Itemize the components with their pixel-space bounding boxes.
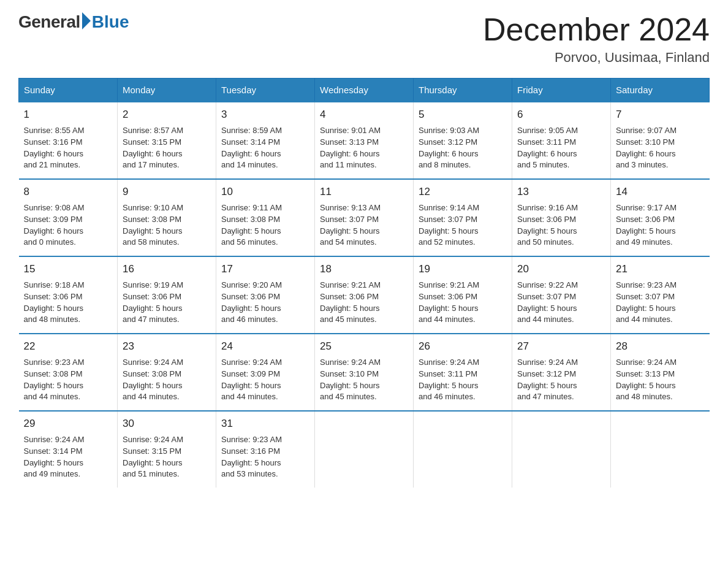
calendar-day-cell: 5Sunrise: 9:03 AM Sunset: 3:12 PM Daylig… — [414, 102, 512, 179]
day-number: 2 — [123, 107, 211, 123]
day-number: 24 — [221, 339, 309, 354]
calendar-day-cell: 31Sunrise: 9:23 AM Sunset: 3:16 PM Dayli… — [216, 411, 315, 488]
calendar-day-cell: 23Sunrise: 9:24 AM Sunset: 3:08 PM Dayli… — [118, 334, 216, 411]
calendar-day-cell: 20Sunrise: 9:22 AM Sunset: 3:07 PM Dayli… — [512, 256, 611, 334]
day-info: Sunrise: 9:24 AM Sunset: 3:12 PM Dayligh… — [517, 357, 605, 403]
day-number: 20 — [517, 262, 605, 277]
calendar-day-cell: 3Sunrise: 8:59 AM Sunset: 3:14 PM Daylig… — [216, 102, 315, 179]
day-number: 23 — [123, 339, 211, 354]
day-info: Sunrise: 9:19 AM Sunset: 3:06 PM Dayligh… — [123, 280, 211, 326]
logo: General Blue — [18, 12, 129, 32]
day-number: 25 — [320, 339, 408, 354]
day-number: 28 — [616, 339, 705, 354]
calendar-day-cell: 18Sunrise: 9:21 AM Sunset: 3:06 PM Dayli… — [315, 256, 414, 334]
calendar-day-cell: 11Sunrise: 9:13 AM Sunset: 3:07 PM Dayli… — [315, 179, 414, 256]
calendar-day-cell — [512, 411, 611, 488]
day-number: 7 — [616, 107, 705, 123]
calendar-day-cell: 9Sunrise: 9:10 AM Sunset: 3:08 PM Daylig… — [118, 179, 216, 256]
day-number: 29 — [24, 416, 113, 432]
day-info: Sunrise: 9:21 AM Sunset: 3:06 PM Dayligh… — [320, 280, 408, 326]
day-number: 17 — [221, 262, 309, 277]
day-number: 30 — [123, 416, 211, 432]
day-info: Sunrise: 9:24 AM Sunset: 3:08 PM Dayligh… — [123, 357, 211, 403]
day-number: 3 — [221, 107, 309, 123]
logo-blue-text: Blue — [92, 12, 129, 32]
day-info: Sunrise: 9:11 AM Sunset: 3:08 PM Dayligh… — [221, 202, 309, 248]
day-number: 14 — [616, 185, 705, 200]
day-number: 15 — [24, 262, 113, 277]
calendar-header: Sunday Monday Tuesday Wednesday Thursday… — [19, 79, 710, 102]
day-number: 4 — [320, 107, 408, 123]
calendar-day-cell: 14Sunrise: 9:17 AM Sunset: 3:06 PM Dayli… — [611, 179, 710, 256]
calendar-day-cell: 25Sunrise: 9:24 AM Sunset: 3:10 PM Dayli… — [315, 334, 414, 411]
day-number: 5 — [419, 107, 507, 123]
day-number: 10 — [221, 185, 309, 200]
day-info: Sunrise: 9:05 AM Sunset: 3:11 PM Dayligh… — [517, 125, 605, 171]
day-info: Sunrise: 9:24 AM Sunset: 3:11 PM Dayligh… — [419, 357, 507, 403]
day-info: Sunrise: 9:24 AM Sunset: 3:14 PM Dayligh… — [24, 434, 113, 480]
day-number: 22 — [24, 339, 113, 354]
calendar-day-cell — [611, 411, 710, 488]
title-block: December 2024 Porvoo, Uusimaa, Finland — [483, 12, 710, 66]
day-number: 12 — [419, 185, 507, 200]
calendar-day-cell: 1Sunrise: 8:55 AM Sunset: 3:16 PM Daylig… — [19, 102, 118, 179]
calendar-day-cell: 26Sunrise: 9:24 AM Sunset: 3:11 PM Dayli… — [414, 334, 512, 411]
day-number: 26 — [419, 339, 507, 354]
day-number: 27 — [517, 339, 605, 354]
logo-triangle-icon — [82, 12, 91, 29]
calendar-day-cell — [414, 411, 512, 488]
calendar-day-cell: 6Sunrise: 9:05 AM Sunset: 3:11 PM Daylig… — [512, 102, 611, 179]
day-info: Sunrise: 9:23 AM Sunset: 3:08 PM Dayligh… — [24, 357, 113, 403]
calendar-day-cell: 21Sunrise: 9:23 AM Sunset: 3:07 PM Dayli… — [611, 256, 710, 334]
calendar-day-cell: 22Sunrise: 9:23 AM Sunset: 3:08 PM Dayli… — [19, 334, 118, 411]
calendar-day-cell: 19Sunrise: 9:21 AM Sunset: 3:06 PM Dayli… — [414, 256, 512, 334]
day-info: Sunrise: 9:14 AM Sunset: 3:07 PM Dayligh… — [419, 202, 507, 248]
day-info: Sunrise: 9:24 AM Sunset: 3:13 PM Dayligh… — [616, 357, 705, 403]
calendar-week-row: 29Sunrise: 9:24 AM Sunset: 3:14 PM Dayli… — [19, 411, 710, 488]
day-number: 19 — [419, 262, 507, 277]
day-number: 13 — [517, 185, 605, 200]
day-number: 21 — [616, 262, 705, 277]
day-number: 16 — [123, 262, 211, 277]
day-info: Sunrise: 9:24 AM Sunset: 3:15 PM Dayligh… — [123, 434, 211, 480]
calendar-day-cell: 29Sunrise: 9:24 AM Sunset: 3:14 PM Dayli… — [19, 411, 118, 488]
col-monday: Monday — [118, 79, 216, 102]
day-info: Sunrise: 9:22 AM Sunset: 3:07 PM Dayligh… — [517, 280, 605, 326]
calendar-day-cell: 30Sunrise: 9:24 AM Sunset: 3:15 PM Dayli… — [118, 411, 216, 488]
col-tuesday: Tuesday — [216, 79, 315, 102]
day-info: Sunrise: 9:23 AM Sunset: 3:07 PM Dayligh… — [616, 280, 705, 326]
day-info: Sunrise: 9:10 AM Sunset: 3:08 PM Dayligh… — [123, 202, 211, 248]
calendar-day-cell: 28Sunrise: 9:24 AM Sunset: 3:13 PM Dayli… — [611, 334, 710, 411]
day-info: Sunrise: 9:24 AM Sunset: 3:09 PM Dayligh… — [221, 357, 309, 403]
calendar-day-cell: 4Sunrise: 9:01 AM Sunset: 3:13 PM Daylig… — [315, 102, 414, 179]
calendar-table: Sunday Monday Tuesday Wednesday Thursday… — [18, 78, 710, 488]
calendar-day-cell: 16Sunrise: 9:19 AM Sunset: 3:06 PM Dayli… — [118, 256, 216, 334]
day-number: 1 — [24, 107, 113, 123]
calendar-day-cell: 27Sunrise: 9:24 AM Sunset: 3:12 PM Dayli… — [512, 334, 611, 411]
location-title: Porvoo, Uusimaa, Finland — [483, 50, 710, 66]
col-friday: Friday — [512, 79, 611, 102]
day-info: Sunrise: 9:17 AM Sunset: 3:06 PM Dayligh… — [616, 202, 705, 248]
day-info: Sunrise: 8:55 AM Sunset: 3:16 PM Dayligh… — [24, 125, 113, 171]
day-info: Sunrise: 9:13 AM Sunset: 3:07 PM Dayligh… — [320, 202, 408, 248]
calendar-body: 1Sunrise: 8:55 AM Sunset: 3:16 PM Daylig… — [19, 102, 710, 488]
day-number: 6 — [517, 107, 605, 123]
day-info: Sunrise: 9:03 AM Sunset: 3:12 PM Dayligh… — [419, 125, 507, 171]
calendar-week-row: 22Sunrise: 9:23 AM Sunset: 3:08 PM Dayli… — [19, 334, 710, 411]
day-info: Sunrise: 9:07 AM Sunset: 3:10 PM Dayligh… — [616, 125, 705, 171]
calendar-day-cell: 7Sunrise: 9:07 AM Sunset: 3:10 PM Daylig… — [611, 102, 710, 179]
header-row: Sunday Monday Tuesday Wednesday Thursday… — [19, 79, 710, 102]
day-info: Sunrise: 9:24 AM Sunset: 3:10 PM Dayligh… — [320, 357, 408, 403]
day-info: Sunrise: 9:01 AM Sunset: 3:13 PM Dayligh… — [320, 125, 408, 171]
col-saturday: Saturday — [611, 79, 710, 102]
calendar-week-row: 15Sunrise: 9:18 AM Sunset: 3:06 PM Dayli… — [19, 256, 710, 334]
calendar-day-cell: 24Sunrise: 9:24 AM Sunset: 3:09 PM Dayli… — [216, 334, 315, 411]
calendar-day-cell: 8Sunrise: 9:08 AM Sunset: 3:09 PM Daylig… — [19, 179, 118, 256]
calendar-day-cell: 15Sunrise: 9:18 AM Sunset: 3:06 PM Dayli… — [19, 256, 118, 334]
day-number: 8 — [24, 185, 113, 200]
day-number: 11 — [320, 185, 408, 200]
day-info: Sunrise: 8:59 AM Sunset: 3:14 PM Dayligh… — [221, 125, 309, 171]
day-info: Sunrise: 9:08 AM Sunset: 3:09 PM Dayligh… — [24, 202, 113, 248]
calendar-day-cell — [315, 411, 414, 488]
col-sunday: Sunday — [19, 79, 118, 102]
